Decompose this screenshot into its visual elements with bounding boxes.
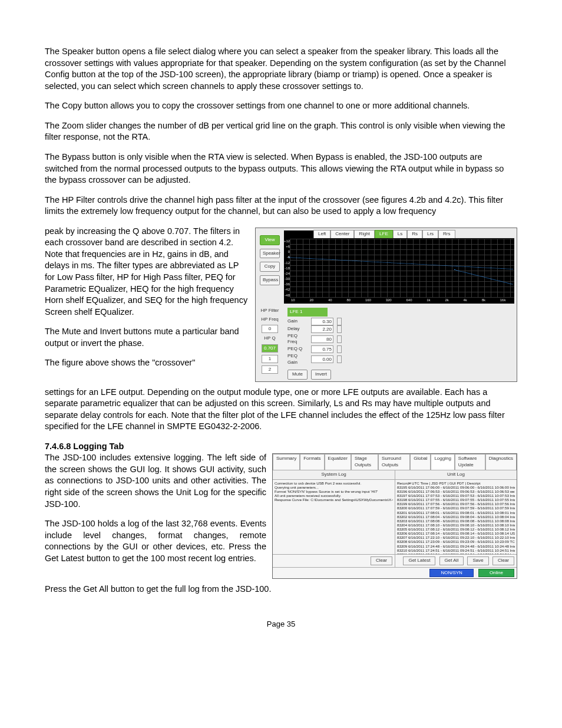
paragraph: The Copy button allows you to copy the c… bbox=[45, 100, 517, 112]
param-label: PEQ Q bbox=[287, 346, 308, 353]
tab-lrs[interactable]: Lrs bbox=[422, 230, 438, 238]
param-label: PEQ Gain bbox=[287, 353, 308, 366]
band-1[interactable]: 1 bbox=[262, 355, 278, 363]
paragraph: The Speaker button opens a file select d… bbox=[45, 46, 517, 92]
logging-screenshot: SummaryFormatsEqualizerStage OutputsSurr… bbox=[272, 453, 517, 579]
system-log-title: System Log bbox=[273, 470, 395, 480]
spinner-icon[interactable] bbox=[337, 345, 342, 353]
spinner-icon[interactable] bbox=[337, 318, 342, 325]
connection-status: Online bbox=[478, 569, 514, 578]
param-label: Delay bbox=[287, 326, 308, 332]
unit-log-title: Unit Log bbox=[395, 470, 517, 480]
tab-stage-outputs[interactable]: Stage Outputs bbox=[351, 454, 378, 470]
tab-left[interactable]: Left bbox=[313, 230, 330, 238]
channel-tabs: Left Center Right LFE Ls Rs Lrs Rrs bbox=[313, 230, 514, 238]
tab-formats[interactable]: Formats bbox=[300, 454, 324, 470]
clear-button[interactable]: Clear bbox=[371, 556, 392, 565]
tab-lfe[interactable]: LFE bbox=[375, 230, 393, 238]
param-input[interactable]: 0.00 bbox=[311, 355, 333, 363]
system-log: Connection to usb device USB Port 2 was … bbox=[273, 480, 395, 554]
param-label: PEQ Freq bbox=[287, 333, 308, 346]
speaker-button[interactable]: Speaker bbox=[260, 249, 280, 259]
save-button[interactable]: Save bbox=[467, 556, 488, 565]
param-label: Gain bbox=[287, 318, 308, 325]
tab-right[interactable]: Right bbox=[354, 230, 375, 238]
copy-button[interactable]: Copy bbox=[260, 262, 280, 272]
tab-equalizer[interactable]: Equalizer bbox=[325, 454, 351, 470]
unit-log: Record# UTC Time | JSD PDT | GUI PDT | D… bbox=[395, 480, 517, 554]
section-heading: 7.4.6.8 Logging Tab bbox=[45, 441, 517, 453]
paragraph: settings for an LFE output. Depending on… bbox=[45, 387, 517, 433]
tab-diagnostics[interactable]: Diagnostics bbox=[485, 454, 517, 470]
tab-rs[interactable]: Rs bbox=[407, 230, 422, 238]
hp-freq-input[interactable]: 0 bbox=[262, 325, 278, 333]
tab-global[interactable]: Global bbox=[410, 454, 431, 470]
bypass-button[interactable]: Bypass bbox=[260, 275, 280, 285]
hp-q-label: HP Q bbox=[264, 335, 275, 342]
tab-center[interactable]: Center bbox=[330, 230, 354, 238]
hp-filter-label: HP Filter bbox=[261, 308, 279, 314]
hp-q-input[interactable]: 0.707 bbox=[262, 344, 278, 353]
page-number: Page 35 bbox=[45, 619, 517, 630]
spinner-icon[interactable] bbox=[337, 325, 342, 333]
spinner-icon[interactable] bbox=[337, 335, 342, 343]
param-input[interactable]: 0.30 bbox=[311, 318, 333, 325]
paragraph: The Bypass button is only visible when t… bbox=[45, 151, 517, 186]
tab-rrs[interactable]: Rrs bbox=[438, 230, 455, 238]
hp-freq-label: HP Freq bbox=[261, 317, 279, 323]
format-status: NON/SYN bbox=[429, 569, 473, 578]
paragraph: The HP Filter controls drive the channel… bbox=[45, 195, 517, 218]
tab-summary[interactable]: Summary bbox=[273, 454, 300, 470]
crossover-screenshot: View Speaker Copy Bypass Left Center Rig… bbox=[255, 228, 517, 382]
tab-software-update[interactable]: Software Update bbox=[455, 454, 485, 470]
y-axis: +12+60-6-12-18-24-30-36-42-48 bbox=[284, 239, 290, 298]
param-input[interactable]: 2.20 bbox=[311, 325, 333, 333]
param-input[interactable]: 80 bbox=[311, 335, 333, 343]
tab-logging[interactable]: Logging bbox=[431, 454, 454, 470]
view-button[interactable]: View bbox=[260, 235, 280, 245]
get-all-button[interactable]: Get All bbox=[439, 556, 464, 565]
tab-surround-outputs[interactable]: Surround Outputs bbox=[378, 454, 410, 470]
x-axis: 102040801603206401k2k4k8k16k bbox=[290, 298, 514, 304]
lfe-band-title: LFE 1 bbox=[287, 308, 328, 317]
spinner-icon[interactable] bbox=[337, 355, 342, 363]
main-tabs: SummaryFormatsEqualizerStage OutputsSurr… bbox=[273, 454, 517, 470]
get-latest-button[interactable]: Get Latest bbox=[403, 556, 435, 565]
tab-ls[interactable]: Ls bbox=[393, 230, 407, 238]
paragraph: The Zoom slider changes the number of dB… bbox=[45, 120, 517, 143]
filter-graph: Left Center Right LFE Ls Rs Lrs Rrs +12+… bbox=[284, 230, 514, 304]
mute-button[interactable]: Mute bbox=[287, 370, 308, 380]
band-2[interactable]: 2 bbox=[262, 365, 278, 374]
invert-button[interactable]: Invert bbox=[311, 370, 331, 380]
paragraph: Press the Get All button to get the full… bbox=[45, 584, 517, 595]
param-input[interactable]: 0.75 bbox=[311, 345, 333, 353]
clear-button[interactable]: Clear bbox=[492, 556, 514, 565]
